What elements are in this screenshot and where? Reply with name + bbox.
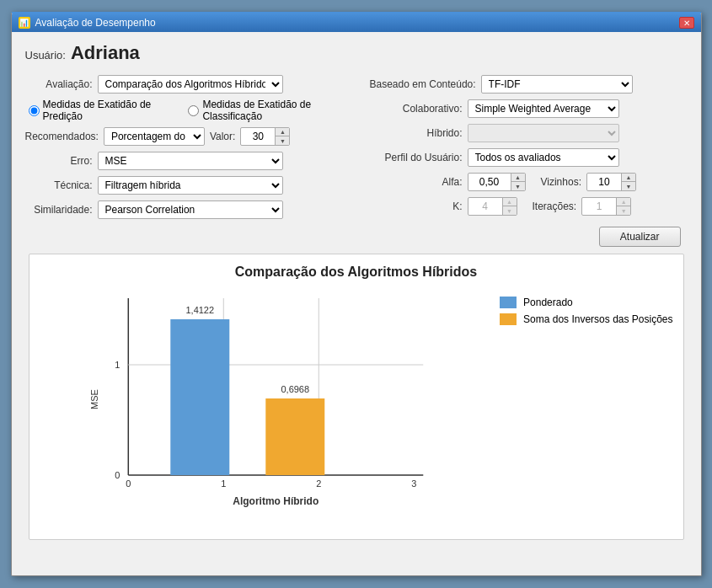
- erro-select[interactable]: MSE: [98, 152, 283, 170]
- alfa-down[interactable]: ▼: [511, 182, 525, 190]
- k-up[interactable]: ▲: [503, 198, 517, 206]
- chart-legend: Ponderado Soma dos Inversos das Posições: [500, 290, 672, 509]
- bar2-label: 0,6968: [281, 384, 309, 394]
- alfa-vizinhos-row: Alfa: ▲ ▼ Vizinhos: ▲ ▼: [370, 172, 688, 192]
- recomendados-select[interactable]: Porcentagem do ranking: [104, 127, 205, 146]
- radio-predicao[interactable]: [29, 105, 40, 116]
- chart-svg: 0 1 0 1 2 3: [40, 290, 487, 509]
- iteracoes-up[interactable]: ▲: [617, 198, 630, 206]
- tecnica-label: Técnica:: [25, 179, 93, 191]
- x-axis-label: Algoritmo Híbrido: [233, 495, 319, 507]
- valor-spinner: ▲ ▼: [240, 127, 290, 146]
- form-grid: Avaliação: Comparação dos Algoritmos Híb…: [25, 74, 688, 220]
- bar-ponderado: [170, 319, 229, 475]
- similaridade-select[interactable]: Pearson Correlation: [98, 200, 283, 219]
- legend-color-soma: [500, 313, 517, 325]
- chart-container: 0 1 0 1 2 3: [40, 290, 673, 509]
- valor-label: Valor:: [210, 131, 235, 142]
- k-spinner-buttons: ▲ ▼: [502, 198, 517, 215]
- avaliacao-select[interactable]: Comparação dos Algoritmos Híbridos: [98, 75, 283, 94]
- valor-up[interactable]: ▲: [276, 128, 289, 136]
- colaborativo-row: Colaborativo: Simple Weighted Average: [370, 99, 688, 119]
- k-spinner: ▲ ▼: [468, 197, 517, 216]
- hibrido-select[interactable]: [468, 124, 619, 142]
- alfa-spinner: ▲ ▼: [468, 173, 526, 191]
- radio-group: Medidas de Exatidão de Predição Medidas …: [25, 99, 356, 122]
- avaliacao-row: Avaliação: Comparação dos Algoritmos Híb…: [25, 74, 356, 94]
- svg-text:0: 0: [126, 478, 131, 489]
- alfa-input[interactable]: [468, 174, 511, 190]
- tecnica-row: Técnica: Filtragem híbrida: [25, 175, 356, 195]
- perfil-row: Perfil do Usuário: Todos os avaliados: [370, 147, 688, 168]
- close-button[interactable]: ✕: [679, 17, 694, 29]
- radio-predicao-item: Medidas de Exatidão de Predição: [29, 99, 179, 122]
- k-input[interactable]: [468, 199, 502, 214]
- perfil-label: Perfil do Usuário:: [370, 152, 463, 163]
- form-right: Baseado em Conteúdo: TF-IDF Colaborativo…: [356, 74, 688, 220]
- bar1-label: 1,4122: [185, 305, 214, 315]
- radio-classificacao[interactable]: [188, 105, 199, 116]
- recomendados-label: Recomendados:: [25, 131, 99, 142]
- main-window: 📊 Avaliação de Desempenho ✕ Usuário: Adr…: [11, 12, 702, 576]
- similaridade-row: Similaridade: Pearson Correlation: [25, 200, 356, 220]
- svg-text:3: 3: [411, 478, 416, 489]
- chart-area: Comparação dos Algoritmos Híbridos 0: [29, 254, 684, 540]
- legend-label-ponderado: Ponderado: [523, 297, 573, 308]
- valor-down[interactable]: ▼: [276, 136, 289, 145]
- legend-item-soma: Soma dos Inversos das Posições: [500, 313, 672, 325]
- recomendados-row: Recomendados: Porcentagem do ranking Val…: [25, 126, 356, 147]
- valor-spinner-buttons: ▲ ▼: [275, 128, 289, 145]
- alfa-up[interactable]: ▲: [511, 174, 525, 182]
- titlebar-left: 📊 Avaliação de Desempenho: [19, 17, 156, 29]
- chart-body: 0 1 0 1 2 3: [40, 290, 487, 509]
- vizinhos-label: Vizinhos:: [541, 176, 581, 188]
- alfa-spinner-buttons: ▲ ▼: [511, 174, 525, 190]
- radio-classificacao-item: Medidas de Exatidão de Classificação: [188, 99, 356, 122]
- radio-row: Medidas de Exatidão de Predição Medidas …: [25, 99, 356, 122]
- iteracoes-down[interactable]: ▼: [617, 206, 630, 215]
- vizinhos-down[interactable]: ▼: [622, 182, 635, 190]
- vizinhos-up[interactable]: ▲: [622, 174, 635, 182]
- vizinhos-input[interactable]: [587, 174, 621, 190]
- legend-label-soma: Soma dos Inversos das Posições: [523, 313, 672, 325]
- y-axis-label: MSE: [89, 389, 99, 409]
- bar-soma: [265, 398, 324, 475]
- alfa-label: Alfa:: [370, 176, 463, 188]
- similaridade-label: Similaridade:: [25, 204, 93, 216]
- chart-title: Comparação dos Algoritmos Híbridos: [40, 265, 673, 280]
- content-area: Usuário: Adriana Avaliação: Comparação d…: [12, 32, 701, 550]
- colaborativo-select[interactable]: Simple Weighted Average: [468, 99, 619, 118]
- update-button[interactable]: Atualizar: [599, 227, 681, 247]
- titlebar: 📊 Avaliação de Desempenho ✕: [12, 13, 701, 32]
- iteracoes-input[interactable]: [582, 199, 616, 214]
- valor-input[interactable]: [241, 129, 275, 144]
- vizinhos-spinner: ▲ ▼: [586, 173, 636, 191]
- svg-text:0: 0: [115, 470, 120, 480]
- baseado-select[interactable]: TF-IDF: [481, 75, 633, 94]
- erro-label: Erro:: [25, 155, 93, 167]
- perfil-select[interactable]: Todos os avaliados: [468, 148, 619, 167]
- legend-item-ponderado: Ponderado: [500, 297, 672, 308]
- user-name: Adriana: [71, 42, 140, 64]
- k-down[interactable]: ▼: [503, 206, 517, 215]
- user-label: Usuário:: [25, 49, 66, 61]
- baseado-row: Baseado em Conteúdo: TF-IDF: [370, 74, 688, 94]
- svg-text:1: 1: [115, 360, 120, 370]
- user-row: Usuário: Adriana: [25, 42, 688, 64]
- k-label: K:: [370, 200, 463, 212]
- app-icon: 📊: [19, 17, 30, 29]
- vizinhos-spinner-buttons: ▲ ▼: [621, 174, 635, 190]
- update-btn-row: Atualizar: [25, 227, 688, 247]
- radio-classificacao-label: Medidas de Exatidão de Classificação: [202, 99, 356, 122]
- iteracoes-spinner-buttons: ▲ ▼: [616, 198, 630, 215]
- erro-row: Erro: MSE: [25, 151, 356, 171]
- k-iteracoes-row: K: ▲ ▼ Iterações: ▲ ▼: [370, 196, 688, 216]
- legend-color-ponderado: [500, 297, 517, 308]
- baseado-label: Baseado em Conteúdo:: [370, 78, 476, 90]
- iteracoes-label: Iterações:: [533, 200, 577, 212]
- colaborativo-label: Colaborativo:: [370, 103, 463, 115]
- avaliacao-label: Avaliação:: [25, 78, 93, 90]
- svg-text:2: 2: [316, 478, 321, 489]
- tecnica-select[interactable]: Filtragem híbrida: [98, 176, 283, 195]
- svg-text:1: 1: [221, 478, 226, 489]
